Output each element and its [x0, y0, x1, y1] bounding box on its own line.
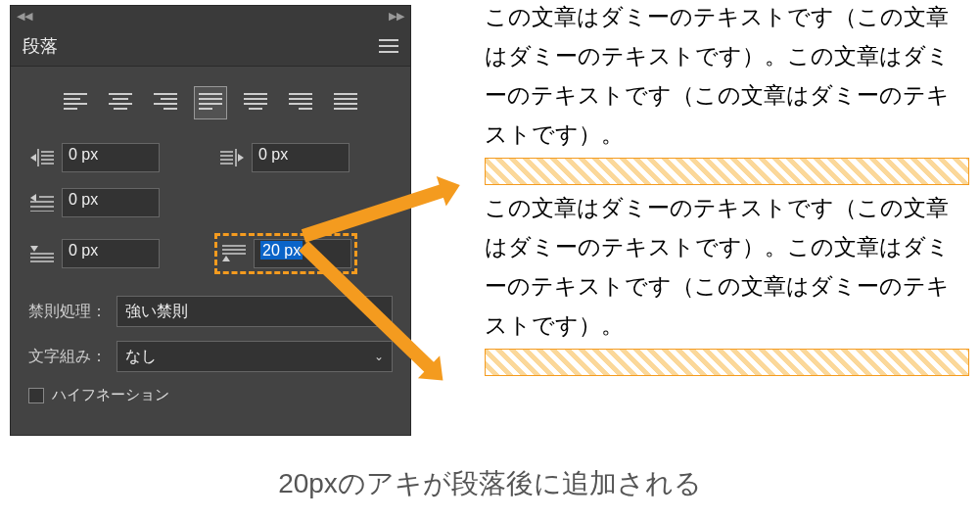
mojikumi-select[interactable]: なし ⌄: [117, 341, 393, 372]
spacing-indicator: [485, 349, 969, 376]
justify-all-button[interactable]: [329, 86, 362, 119]
indent-right-input[interactable]: 0 px: [252, 143, 350, 172]
panel-top-strip: ◀◀ ▶▶: [11, 6, 410, 25]
justify-last-right-button[interactable]: [284, 86, 317, 119]
panel-body: 0 px 0 px 0 px: [11, 67, 410, 424]
kinsoku-value: 強い禁則: [125, 302, 188, 322]
hyphenation-label: ハイフネーション: [52, 386, 169, 404]
sample-paragraph: この文章はダミーのテキストです（この文章はダミーのテキストです）。この文章はダミ…: [485, 0, 969, 155]
indent-right-icon: [218, 147, 246, 168]
kinsoku-label: 禁則処理：: [28, 302, 107, 322]
spacing-indicator: [485, 158, 969, 185]
indent-left-input[interactable]: 0 px: [62, 143, 160, 172]
caption-text: 20pxのアキが段落後に追加される: [0, 465, 980, 502]
panel-title: 段落: [23, 34, 58, 58]
mojikumi-row: 文字組み： なし ⌄: [28, 341, 393, 372]
svg-marker-15: [30, 194, 36, 202]
chevrons-left-icon[interactable]: ◀◀: [17, 10, 32, 23]
indent-right-field: 0 px: [218, 143, 350, 172]
space-before-input[interactable]: 0 px: [62, 239, 160, 268]
panel-menu-icon[interactable]: [379, 39, 398, 53]
panel-header: 段落: [11, 25, 410, 67]
space-after-icon: [220, 243, 248, 264]
kinsoku-row: 禁則処理： 強い禁則 ⌄: [28, 296, 393, 327]
space-before-icon: [28, 243, 56, 264]
first-line-indent-field: 0 px: [28, 188, 160, 217]
space-before-field: 0 px: [28, 233, 160, 274]
first-line-indent-icon: [28, 192, 56, 213]
mojikumi-label: 文字組み：: [28, 347, 107, 367]
svg-marker-14: [238, 154, 244, 162]
hyphenation-checkbox[interactable]: [28, 388, 44, 403]
mojikumi-value: なし: [125, 347, 157, 367]
align-right-button[interactable]: [149, 86, 182, 119]
sample-paragraph: この文章はダミーのテキストです（この文章はダミーのテキストです）。この文章はダミ…: [485, 189, 969, 346]
chevron-down-icon: ⌄: [374, 350, 384, 363]
first-line-indent-input[interactable]: 0 px: [62, 188, 160, 217]
justify-last-left-button[interactable]: [194, 86, 227, 119]
hyphenation-row: ハイフネーション: [28, 386, 393, 404]
indent-left-icon: [28, 147, 56, 168]
justify-last-center-button[interactable]: [239, 86, 272, 119]
svg-marker-27: [222, 256, 230, 261]
align-center-button[interactable]: [104, 86, 137, 119]
chevrons-right-icon[interactable]: ▶▶: [389, 10, 404, 23]
indent-left-field: 0 px: [28, 143, 160, 172]
svg-marker-20: [30, 246, 38, 252]
sample-text-area: この文章はダミーのテキストです（この文章はダミーのテキストです）。この文章はダミ…: [485, 0, 969, 380]
svg-marker-3: [30, 154, 36, 162]
align-left-button[interactable]: [59, 86, 92, 119]
alignment-row: [28, 86, 393, 119]
